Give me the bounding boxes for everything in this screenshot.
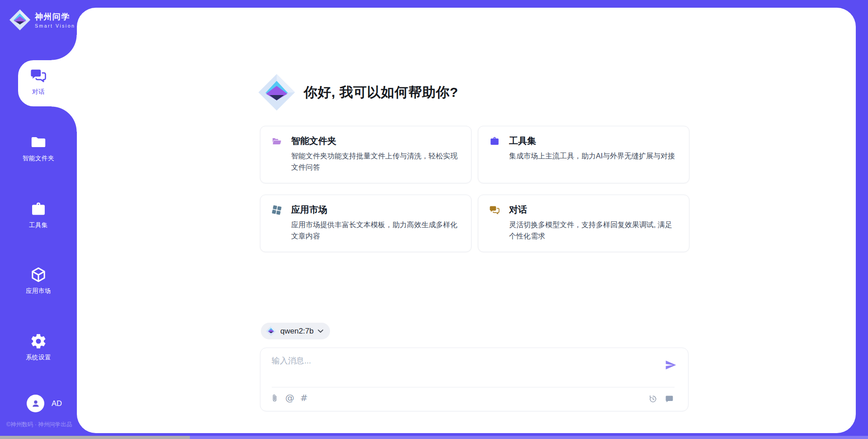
- feature-cards: 智能文件夹 智能文件夹功能支持批量文件上传与清洗，轻松实现文件问答 工具集 集成…: [260, 126, 689, 252]
- scrollbar-thumb[interactable]: [0, 436, 190, 439]
- history-icon: [648, 394, 658, 404]
- model-name: qwen2:7b: [280, 327, 314, 336]
- chat-bubble-icon: [665, 394, 674, 404]
- history-button[interactable]: [648, 394, 658, 404]
- card-description: 智能文件夹功能支持批量文件上传与清洗，轻松实现文件问答: [291, 151, 460, 173]
- sidebar-item-settings[interactable]: 系统设置: [0, 333, 77, 362]
- chat-icon: [30, 67, 47, 84]
- sidebar-item-smart-folder[interactable]: 智能文件夹: [0, 134, 77, 162]
- user-profile[interactable]: AD: [27, 395, 62, 412]
- greeting-text: 你好, 我可以如何帮助你?: [304, 83, 458, 102]
- composer-tools-right: [648, 394, 674, 404]
- folder-icon: [30, 134, 47, 151]
- content-panel: 你好, 我可以如何帮助你? 智能文件夹 智能文件夹功能支持批量文件上传与清洗，轻…: [77, 8, 856, 433]
- user-initials: AD: [52, 399, 62, 408]
- horizontal-scrollbar[interactable]: [0, 436, 868, 439]
- card-chat[interactable]: 对话 灵活切换多模型文件，支持多样回复效果调试, 满足个性化需求: [478, 195, 689, 252]
- copyright: ©神州数码 · 神州问学出品: [6, 421, 72, 429]
- sidebar-item-label: 系统设置: [0, 353, 77, 362]
- mention-button[interactable]: @: [285, 393, 294, 403]
- chevron-down-icon: [318, 329, 323, 333]
- card-description: 集成市场上主流工具，助力AI与外界无缝扩展与对接: [509, 151, 678, 162]
- sidebar-item-label: 智能文件夹: [0, 154, 77, 162]
- avatar: [27, 395, 44, 412]
- brand-logo-icon: [9, 9, 31, 31]
- sidebar-item-label: 工具集: [0, 221, 77, 229]
- assistant-logo-icon: [258, 73, 296, 112]
- brand-name: 神州问学: [35, 11, 75, 22]
- person-icon: [30, 398, 41, 409]
- card-title: 应用市场: [291, 204, 327, 216]
- card-app-market[interactable]: 应用市场 应用市场提供丰富长文本模板，助力高效生成多样化文章内容: [260, 195, 472, 252]
- composer-tools-left: @ #: [270, 393, 308, 403]
- sidebar-item-app-market[interactable]: 应用市场: [0, 266, 77, 295]
- card-description: 灵活切换多模型文件，支持多样回复效果调试, 满足个性化需求: [509, 220, 678, 242]
- card-title: 智能文件夹: [291, 135, 336, 147]
- hash-button[interactable]: #: [300, 393, 308, 403]
- chat-icon: [489, 205, 500, 215]
- composer-divider: [272, 387, 675, 387]
- paperclip-icon: [270, 393, 279, 403]
- card-title: 工具集: [509, 135, 536, 147]
- send-button[interactable]: [665, 359, 677, 371]
- card-smart-folder[interactable]: 智能文件夹 智能文件夹功能支持批量文件上传与清洗，轻松实现文件问答: [260, 126, 472, 183]
- toolbox-icon: [30, 200, 47, 218]
- attach-button[interactable]: [270, 393, 279, 403]
- grid-icon: [271, 205, 282, 215]
- settings-icon: [30, 333, 47, 350]
- sidebar: 神州问学 Smart Vision 对话 智能文件夹 工具集: [0, 0, 77, 439]
- briefcase-icon: [489, 136, 500, 147]
- app-market-icon: [30, 266, 47, 283]
- chat-bubble-button[interactable]: [665, 394, 674, 404]
- card-toolbox[interactable]: 工具集 集成市场上主流工具，助力AI与外界无缝扩展与对接: [478, 126, 689, 183]
- app-root: 神州问学 Smart Vision 对话 智能文件夹 工具集: [0, 0, 868, 439]
- folder-open-icon: [271, 136, 282, 147]
- message-input[interactable]: [271, 354, 652, 382]
- sidebar-item-label: 应用市场: [0, 287, 77, 295]
- send-icon: [665, 359, 677, 371]
- card-title: 对话: [509, 204, 527, 216]
- sidebar-item-label: 对话: [0, 88, 77, 96]
- sidebar-item-toolbox[interactable]: 工具集: [0, 200, 77, 229]
- greeting: 你好, 我可以如何帮助你?: [258, 73, 458, 112]
- model-selector[interactable]: qwen2:7b: [261, 323, 330, 339]
- sidebar-item-chat[interactable]: 对话: [0, 67, 77, 96]
- message-composer: @ #: [260, 348, 689, 411]
- model-logo-icon: [266, 326, 276, 336]
- brand: 神州问学 Smart Vision: [9, 9, 75, 31]
- brand-text: 神州问学 Smart Vision: [35, 11, 75, 29]
- brand-subtitle: Smart Vision: [35, 23, 75, 29]
- card-description: 应用市场提供丰富长文本模板，助力高效生成多样化文章内容: [291, 220, 460, 242]
